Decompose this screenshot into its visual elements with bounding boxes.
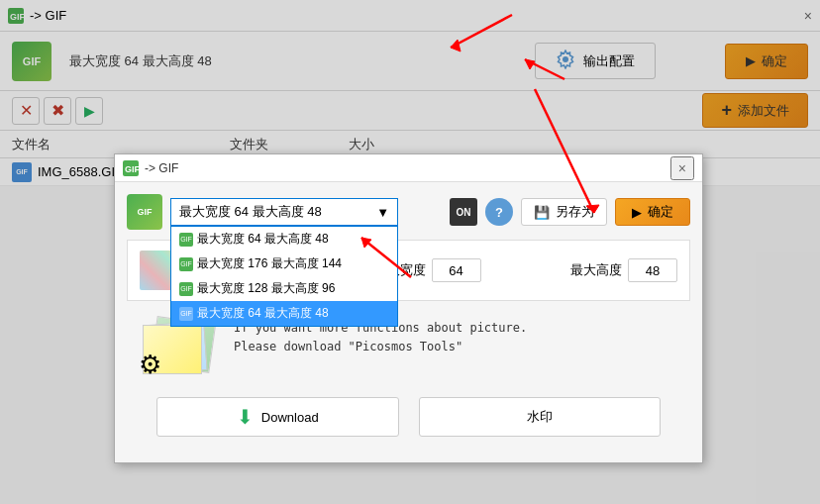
modal-dialog: GIF -> GIF × GIF 最大宽度 64 最大高度 48 ▼ [114, 153, 703, 463]
bottom-buttons: ⬇ Download 水印 [127, 389, 690, 451]
modal-close-button[interactable]: × [670, 156, 694, 180]
max-height-input[interactable] [628, 258, 677, 282]
list-item-icon: GIF [179, 233, 193, 247]
modal-content: GIF 最大宽度 64 最大高度 48 ▼ GIF 最大宽度 64 最大高度 4… [115, 182, 702, 462]
list-item-icon: GIF [179, 282, 193, 296]
cmd-button[interactable]: ON [450, 198, 477, 226]
dropdown-option-2: 最大宽度 176 最大高度 144 [197, 255, 342, 272]
dropdown-row: GIF 最大宽度 64 最大高度 48 ▼ GIF 最大宽度 64 最大高度 4… [127, 194, 690, 230]
dropdown-container: 最大宽度 64 最大高度 48 ▼ GIF 最大宽度 64 最大高度 48 GI… [170, 198, 442, 226]
max-width-input[interactable] [432, 258, 481, 282]
max-height-group: 最大高度 [570, 258, 677, 282]
modal-confirm-label: 确定 [648, 203, 673, 221]
preset-dropdown[interactable]: 最大宽度 64 最大高度 48 ▼ [170, 198, 398, 226]
dropdown-list: GIF 最大宽度 64 最大高度 48 GIF 最大宽度 176 最大高度 14… [170, 226, 398, 327]
download-label: Download [261, 410, 319, 425]
download-icon: ⬇ [237, 405, 254, 429]
modal-confirm-button[interactable]: ▶ 确定 [615, 198, 690, 226]
list-item[interactable]: GIF 最大宽度 176 最大高度 144 [171, 252, 397, 276]
help-button[interactable]: ? [485, 198, 513, 226]
max-height-label: 最大高度 [570, 261, 622, 279]
list-item[interactable]: GIF 最大宽度 128 最大高度 96 [171, 276, 397, 301]
watermark-button[interactable]: 水印 [419, 397, 662, 437]
save-as-label: 另存为 [556, 203, 594, 221]
dropdown-selected-text: 最大宽度 64 最大高度 48 [179, 203, 322, 221]
gear-overlay-icon: ⚙ [139, 350, 168, 379]
save-icon: 💾 [534, 205, 550, 220]
svg-text:GIF: GIF [125, 164, 139, 174]
list-item-icon-selected: GIF [179, 307, 193, 321]
dropdown-option-3: 最大宽度 128 最大高度 96 [197, 280, 335, 297]
modal-title-icon: GIF [123, 160, 139, 176]
main-window: GIF -> GIF × GIF 最大宽度 64 最大高度 48 输出配置 ▶ … [0, 0, 820, 504]
chevron-down-icon: ▼ [376, 205, 389, 220]
modal-title-text: -> GIF [145, 161, 670, 175]
list-item-icon: GIF [179, 257, 193, 271]
info-line2: Please download "Picosmos Tools" [234, 340, 462, 353]
modal-gif-icon: GIF [127, 194, 162, 230]
modal-title-bar: GIF -> GIF × [115, 154, 702, 182]
list-item[interactable]: GIF 最大宽度 64 最大高度 48 [171, 227, 397, 252]
save-as-button[interactable]: 💾 另存为 [521, 198, 607, 226]
dropdown-option-4: 最大宽度 64 最大高度 48 [197, 305, 329, 322]
download-button[interactable]: ⬇ Download [156, 397, 399, 437]
confirm-arrow-icon-modal: ▶ [632, 205, 642, 220]
list-item-selected[interactable]: GIF 最大宽度 64 最大高度 48 [171, 301, 397, 326]
dropdown-option-1: 最大宽度 64 最大高度 48 [197, 231, 329, 248]
